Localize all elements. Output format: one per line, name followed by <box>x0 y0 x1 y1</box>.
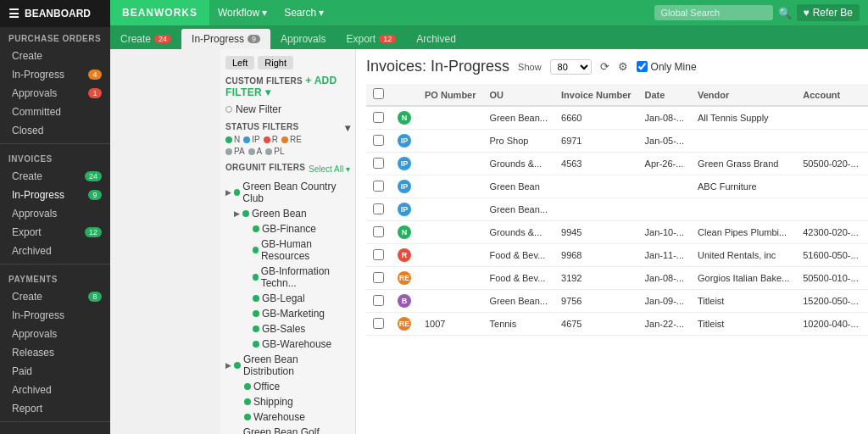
tree-item[interactable]: GB-Marketing <box>225 306 350 321</box>
tree-item[interactable]: ▶ Green Bean Distribution <box>225 352 350 379</box>
cell-ou: Grounds &... <box>483 153 555 175</box>
table-row[interactable]: N Grounds &... 9945 Jan-10-... Clean Pip… <box>366 221 868 244</box>
table-row[interactable]: R Food & Bev... 9968 Jan-11-... United R… <box>366 244 868 267</box>
tree-item[interactable]: Shipping <box>225 394 350 409</box>
tree-item[interactable]: GB-Warehouse <box>225 337 350 352</box>
row-checkbox-4[interactable] <box>373 203 384 214</box>
cell-account: 42300-020-... <box>796 221 865 244</box>
settings-icon[interactable]: ⚙ <box>618 60 628 73</box>
row-checkbox-6[interactable] <box>373 249 384 260</box>
col-header-po-number: PO Number <box>418 84 483 106</box>
tree-item-label: Office <box>253 381 280 392</box>
status-tag-re[interactable]: RE <box>281 135 302 144</box>
row-checkbox-8[interactable] <box>373 295 384 306</box>
tab-in-progress[interactable]: In-Progress9 <box>181 29 270 49</box>
tree-item[interactable]: GB-Information Techn... <box>225 264 350 291</box>
table-row[interactable]: RE 1007 Tennis 4675 Jan-22-... Titleist … <box>366 313 868 336</box>
sidebar-item-in-progress[interactable]: In-Progress4 <box>0 65 110 84</box>
sidebar-item-approvals[interactable]: Approvals <box>0 204 110 223</box>
cell-invoice: 6971 <box>554 130 638 153</box>
sidebar-item-archived[interactable]: Archived <box>0 381 110 399</box>
tab-create[interactable]: Create24 <box>110 29 181 49</box>
cell-vendor: Green Grass Brand <box>691 153 796 175</box>
only-mine-toggle[interactable]: Only Mine <box>637 61 697 73</box>
table-row[interactable]: N Green Bean... 6660 Jan-08-... All Tenn… <box>366 106 868 130</box>
sidebar-item-label: Paid <box>12 365 32 377</box>
sidebar-item-create[interactable]: Create <box>0 47 110 65</box>
tree-item[interactable]: Office <box>225 379 350 394</box>
tab-approvals[interactable]: Approvals <box>270 29 336 49</box>
workflow-menu[interactable]: Workflow ▾ <box>209 0 275 25</box>
status-tag-n[interactable]: N <box>225 135 240 144</box>
add-filter-btn[interactable]: + Add Filter ▾ <box>225 75 337 98</box>
tree-item[interactable]: GB-Finance <box>225 221 350 236</box>
filter-nav-left[interactable]: Left <box>225 56 254 70</box>
tab-label-in-progress: In-Progress <box>192 33 244 45</box>
table-row[interactable]: IP Green Bean... $0.00 <box>366 198 868 221</box>
tree-item[interactable]: Warehouse <box>225 409 350 425</box>
filter-nav-right[interactable]: Right <box>258 56 293 70</box>
tree-dot-icon <box>244 398 251 405</box>
status-tag-a[interactable]: A <box>248 147 263 156</box>
sidebar-item-label: In-Progress <box>12 309 64 321</box>
sidebar-item-in-progress[interactable]: In-Progress9 <box>0 186 110 204</box>
row-checkbox-1[interactable] <box>373 135 384 146</box>
only-mine-checkbox[interactable] <box>637 61 648 72</box>
row-checkbox-2[interactable] <box>373 158 384 169</box>
row-checkbox-9[interactable] <box>373 318 384 329</box>
table-row[interactable]: IP Pro Shop 6971 Jan-05-... Feb-04-... $… <box>366 130 868 153</box>
row-checkbox-3[interactable] <box>373 181 384 192</box>
tree-item[interactable]: GB-Human Resources <box>225 236 350 264</box>
tree-item-label: GB-Human Resources <box>261 238 350 262</box>
sidebar-item-paid[interactable]: Paid <box>0 362 110 381</box>
sidebar-item-in-progress[interactable]: In-Progress <box>0 306 110 325</box>
tree-item[interactable]: ▶ Green Bean Golf Course <box>225 425 350 434</box>
tree-item[interactable]: ▶ Green Bean Country Club <box>225 179 350 206</box>
tree-item-label: Green Bean <box>252 208 307 220</box>
table-row[interactable]: B Green Bean... 9756 Jan-09-... Titleist… <box>366 290 868 313</box>
sidebar-item-releases[interactable]: Releases <box>0 343 110 362</box>
sidebar-item-create[interactable]: Create8 <box>0 287 110 306</box>
tree-dot-icon <box>253 341 259 348</box>
tab-archived[interactable]: Archived <box>406 29 466 49</box>
sidebar-item-report[interactable]: Report <box>0 399 110 418</box>
tree-item[interactable]: GB-Sales <box>225 321 350 337</box>
sidebar-item-create[interactable]: Create24 <box>0 167 110 186</box>
refresh-icon[interactable]: ⟳ <box>600 60 609 73</box>
status-tag-pa[interactable]: PA <box>225 147 245 156</box>
refer-button[interactable]: ♥ Refer Be <box>797 4 860 21</box>
sidebar-item-approvals[interactable]: Approvals <box>0 325 110 343</box>
table-row[interactable]: RE Food & Bev... 3192 Jan-08-... Gorgios… <box>366 267 868 290</box>
sidebar-item-archived[interactable]: Archived <box>0 242 110 260</box>
table-row[interactable]: IP Green Bean ABC Furniture $50.00 <box>366 175 868 198</box>
tree-arrow-icon: ▶ <box>225 188 231 197</box>
show-select[interactable]: 80 50 100 <box>550 59 592 75</box>
select-all-btn[interactable]: Select All ▾ <box>309 164 350 174</box>
sidebar-item-approvals[interactable]: Approvals1 <box>0 84 110 103</box>
cell-ou: Green Bean... <box>483 106 555 130</box>
sidebar-item-committed[interactable]: Committed <box>0 103 110 121</box>
tree-dot-icon <box>253 247 259 253</box>
col-header-account: Account <box>796 84 865 106</box>
tree-item[interactable]: ▶ Green Bean <box>225 206 350 221</box>
tab-export[interactable]: Export12 <box>336 29 406 49</box>
status-filters-toggle[interactable]: ▾ <box>345 122 350 134</box>
row-checkbox-0[interactable] <box>373 112 384 123</box>
global-search-input[interactable] <box>654 5 773 20</box>
search-menu[interactable]: Search ▾ <box>275 0 332 25</box>
sidebar-item-closed[interactable]: Closed <box>0 121 110 140</box>
status-tag-pl[interactable]: PL <box>265 147 284 156</box>
new-filter-item[interactable]: New Filter <box>225 102 350 117</box>
row-checkbox-7[interactable] <box>373 272 384 283</box>
sidebar-item-export[interactable]: Export12 <box>0 223 110 242</box>
sidebar-badge: 12 <box>85 227 102 237</box>
select-all-checkbox[interactable] <box>373 88 384 99</box>
cell-po <box>418 106 483 130</box>
table-row[interactable]: IP Grounds &... 4563 Apr-26-... Green Gr… <box>366 153 868 175</box>
tree-item[interactable]: GB-Legal <box>225 291 350 306</box>
status-filters-title: STATUS FILTERS ▾ <box>225 122 350 131</box>
status-tag-ip[interactable]: IP <box>243 135 259 144</box>
row-checkbox-5[interactable] <box>373 226 384 237</box>
status-tag-r[interactable]: R <box>264 135 278 144</box>
tree-item-label: GB-Information Techn... <box>261 265 350 289</box>
